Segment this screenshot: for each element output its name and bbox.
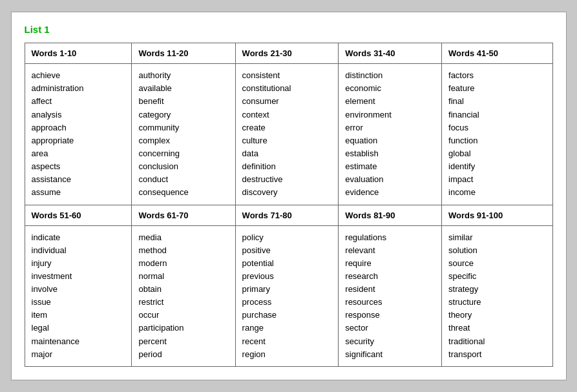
list-item: conclusion [138, 160, 228, 173]
list-item: relevant [345, 244, 435, 257]
list-item: policy [242, 231, 332, 244]
list-item: restrict [138, 296, 228, 309]
list-item: strategy [448, 283, 545, 296]
list-item: element [345, 95, 435, 108]
list-item: media [138, 231, 228, 244]
list-item: response [345, 309, 435, 322]
list-item: error [345, 121, 435, 134]
list-item: significant [345, 348, 435, 361]
word-cell: policypositivepotentialpreviousprimarypr… [235, 225, 339, 366]
list-item: consumer [242, 95, 332, 108]
list-item: range [242, 322, 332, 335]
list-item: benefit [138, 95, 228, 108]
list-item: period [138, 348, 228, 361]
list-item: similar [448, 231, 545, 244]
column-header: Words 41-50 [442, 43, 552, 64]
list-item: normal [138, 270, 228, 283]
list-item: source [448, 257, 545, 270]
list-item: legal [32, 322, 125, 335]
list-item: traditional [448, 335, 545, 348]
list-item: percent [138, 335, 228, 348]
list-item: consistent [242, 69, 332, 82]
list-item: individual [32, 244, 125, 257]
list-item: indicate [32, 231, 125, 244]
word-cell: distinctioneconomicelementenvironmenterr… [339, 64, 442, 205]
list-item: community [138, 121, 228, 134]
list-item: environment [345, 108, 435, 121]
word-cell: achieveadministrationaffectanalysisappro… [25, 64, 132, 205]
list-title: List 1 [25, 24, 553, 35]
list-item: maintenance [32, 335, 125, 348]
list-item: conduct [138, 173, 228, 186]
list-item: consequence [138, 186, 228, 199]
list-item: involve [32, 283, 125, 296]
list-item: theory [448, 309, 545, 322]
list-item: definition [242, 160, 332, 173]
list-item: resident [345, 283, 435, 296]
word-cell: authorityavailablebenefitcategorycommuni… [132, 64, 235, 205]
column-header: Words 51-60 [25, 205, 132, 225]
list-item: distinction [345, 69, 435, 82]
list-item: positive [242, 244, 332, 257]
list-item: create [242, 121, 332, 134]
column-header: Words 1-10 [25, 43, 132, 64]
list-item: constitutional [242, 82, 332, 95]
list-item: item [32, 309, 125, 322]
list-item: issue [32, 296, 125, 309]
list-item: region [242, 348, 332, 361]
column-header: Words 81-90 [339, 205, 442, 225]
list-item: concerning [138, 147, 228, 160]
column-header: Words 61-70 [132, 205, 235, 225]
list-item: approach [32, 121, 125, 134]
list-item: administration [32, 82, 125, 95]
list-item: structure [448, 296, 545, 309]
list-item: context [242, 108, 332, 121]
page-container: List 1 Words 1-10Words 11-20Words 21-30W… [11, 12, 567, 380]
word-table: Words 1-10Words 11-20Words 21-30Words 31… [25, 43, 553, 367]
word-cell: indicateindividualinjuryinvestmentinvolv… [25, 225, 132, 366]
column-header: Words 71-80 [235, 205, 339, 225]
list-item: investment [32, 270, 125, 283]
column-header: Words 21-30 [235, 43, 339, 64]
list-item: major [32, 348, 125, 361]
list-item: transport [448, 348, 545, 361]
list-item: authority [138, 69, 228, 82]
list-item: available [138, 82, 228, 95]
list-item: feature [448, 82, 545, 95]
list-item: complex [138, 134, 228, 147]
list-item: participation [138, 322, 228, 335]
list-item: assistance [32, 173, 125, 186]
list-item: appropriate [32, 134, 125, 147]
list-item: obtain [138, 283, 228, 296]
list-item: achieve [32, 69, 125, 82]
list-item: destructive [242, 173, 332, 186]
list-item: purchase [242, 309, 332, 322]
list-item: regulations [345, 231, 435, 244]
list-item: function [448, 134, 545, 147]
list-item: data [242, 147, 332, 160]
word-cell: consistentconstitutionalconsumercontextc… [235, 64, 339, 205]
list-item: estimate [345, 160, 435, 173]
list-item: resources [345, 296, 435, 309]
list-item: research [345, 270, 435, 283]
list-item: global [448, 147, 545, 160]
list-item: income [448, 186, 545, 199]
list-item: culture [242, 134, 332, 147]
list-item: occur [138, 309, 228, 322]
list-item: impact [448, 173, 545, 186]
list-item: affect [32, 95, 125, 108]
list-item: equation [345, 134, 435, 147]
list-item: require [345, 257, 435, 270]
list-item: threat [448, 322, 545, 335]
list-item: final [448, 95, 545, 108]
list-item: identify [448, 160, 545, 173]
list-item: primary [242, 283, 332, 296]
word-cell: similarsolutionsourcespecificstrategystr… [442, 225, 552, 366]
word-cell: factorsfeaturefinalfinancialfocusfunctio… [442, 64, 552, 205]
list-item: economic [345, 82, 435, 95]
list-item: area [32, 147, 125, 160]
list-item: aspects [32, 160, 125, 173]
list-item: analysis [32, 108, 125, 121]
list-item: recent [242, 335, 332, 348]
list-item: focus [448, 121, 545, 134]
